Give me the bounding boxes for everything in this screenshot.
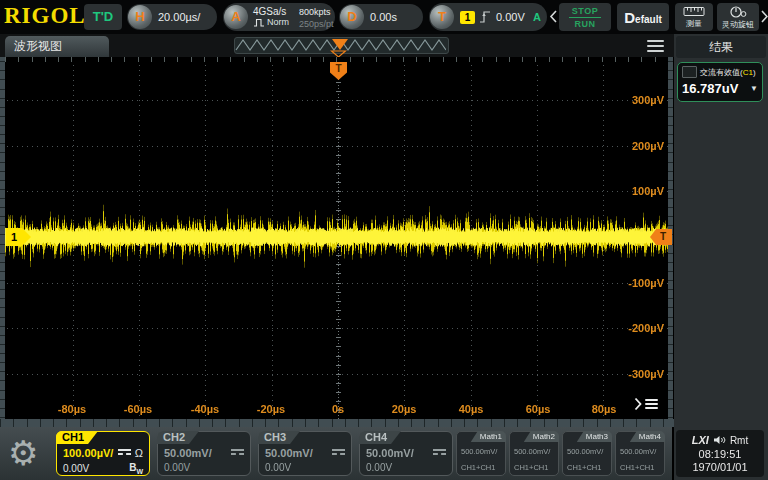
math-box-math2[interactable]: Math2 500.00mV/ CH1+CH1 bbox=[509, 431, 559, 476]
stop-run-divider bbox=[569, 17, 601, 18]
remote-indicator: Rmt bbox=[730, 435, 748, 446]
math2-expression: CH1+CH1 bbox=[514, 463, 548, 472]
scroll-right-icon[interactable] bbox=[760, 9, 768, 25]
math2-tab[interactable]: Math2 bbox=[524, 431, 559, 442]
measurement-value: 16.787uV bbox=[682, 81, 738, 96]
top-tick-ruler bbox=[5, 57, 668, 62]
y-axis-label: 100µV bbox=[604, 185, 664, 197]
ch2-offset: 0.00V bbox=[164, 462, 190, 473]
menu-icon[interactable] bbox=[647, 40, 664, 55]
y-axis-label: 300µV bbox=[604, 94, 664, 106]
dc-coupling-icon bbox=[332, 449, 345, 457]
y-axis-label: -200µV bbox=[604, 322, 664, 334]
default-label: Default bbox=[624, 9, 662, 26]
dropdown-icon[interactable]: ▼ bbox=[750, 84, 758, 93]
math3-tab[interactable]: Math3 bbox=[577, 431, 612, 442]
trigger-source-badge: 1 bbox=[460, 11, 475, 24]
x-axis-label: 60µs bbox=[526, 403, 551, 415]
x-axis-label: -80µs bbox=[58, 403, 86, 415]
a-knob-icon[interactable]: A bbox=[224, 5, 248, 29]
math3-scale: 500.00mV/ bbox=[567, 447, 603, 456]
lxi-badge: LXI bbox=[692, 434, 709, 446]
ch3-tab[interactable]: CH3 bbox=[258, 431, 300, 444]
x-axis-label: -20µs bbox=[257, 403, 285, 415]
acquisition-button[interactable]: A 4GSa/s Norm 800kpts 250ps/pt bbox=[223, 3, 335, 31]
math4-scale: 500.00mV/ bbox=[620, 447, 656, 456]
timebase-value: 20.00µs/ bbox=[158, 11, 200, 23]
ch1-scale: 100.00µV/ bbox=[63, 447, 113, 459]
ch2-tab[interactable]: CH2 bbox=[157, 431, 199, 444]
bottom-tick-ruler bbox=[0, 419, 674, 427]
math1-tab[interactable]: Math1 bbox=[471, 431, 506, 442]
x-axis-label: 40µs bbox=[459, 403, 484, 415]
memory-depth: 800kpts bbox=[299, 6, 334, 18]
acquisition-right-column: 800kpts 250ps/pt bbox=[299, 6, 334, 30]
top-bar: RIGOL T'D H 20.00µs/ A 4GSa/s Norm 800kp… bbox=[0, 0, 768, 34]
x-axis-label: 0s bbox=[332, 403, 344, 415]
waveform-canvas[interactable] bbox=[5, 63, 668, 420]
channel-bar: ⚙ CH1 100.00µV/ Ω 0.00V BW CH2 50.00mV/ … bbox=[0, 427, 768, 480]
measurement-result-card[interactable]: 交流有效值(C1) 16.787uV ▼ bbox=[677, 62, 763, 102]
default-button[interactable]: Default bbox=[617, 3, 669, 31]
trigger-button[interactable]: T 1 0.00V A bbox=[429, 3, 547, 31]
x-axis-label: 80µs bbox=[592, 403, 617, 415]
math-box-math4[interactable]: Math4 500.00mV/ CH1+CH1 bbox=[615, 431, 665, 476]
trigger-sweep-mode: A bbox=[533, 11, 541, 23]
dc-coupling-icon bbox=[433, 449, 446, 457]
tab-waveform-view[interactable]: 波形视图 bbox=[5, 36, 109, 57]
channel-box-ch1[interactable]: CH1 100.00µV/ Ω 0.00V BW bbox=[56, 431, 150, 476]
channel-box-ch2[interactable]: CH2 50.00mV/ 0.00V bbox=[157, 431, 251, 476]
horizontal-timebase-button[interactable]: H 20.00µs/ bbox=[127, 4, 217, 30]
math-box-math3[interactable]: Math3 500.00mV/ CH1+CH1 bbox=[562, 431, 612, 476]
math-box-math1[interactable]: Math1 500.00mV/ CH1+CH1 bbox=[456, 431, 506, 476]
x-axis-label: -40µs bbox=[191, 403, 219, 415]
h-knob-icon[interactable]: H bbox=[128, 5, 152, 29]
ch4-scale: 50.00mV/ bbox=[366, 447, 414, 459]
t-knob-icon[interactable]: T bbox=[430, 5, 454, 29]
dc-coupling-icon bbox=[118, 449, 131, 457]
ch3-scale: 50.00mV/ bbox=[265, 447, 313, 459]
acquisition-mode: Norm bbox=[267, 17, 289, 28]
system-status-box[interactable]: LXI Rmt 08:19:51 1970/01/01 bbox=[676, 430, 764, 477]
math1-expression: CH1+CH1 bbox=[461, 463, 495, 472]
math2-scale: 500.00mV/ bbox=[514, 447, 550, 456]
acquisition-left-column: 4GSa/s Norm bbox=[253, 6, 289, 28]
delay-value: 0.00s bbox=[370, 11, 397, 23]
settings-gear-icon[interactable]: ⚙ bbox=[8, 434, 38, 472]
ch1-offset: 0.00V bbox=[63, 463, 89, 474]
trigger-level-value: 0.00V bbox=[496, 11, 525, 23]
y-axis-label: -100µV bbox=[604, 277, 664, 289]
channel-box-ch4[interactable]: CH4 50.00mV/ 0.00V bbox=[359, 431, 453, 476]
ruler-icon bbox=[683, 6, 705, 17]
trigger-slope-icon bbox=[478, 9, 492, 25]
minimap-trigger-marker[interactable] bbox=[332, 39, 348, 50]
bandwidth-label: BW bbox=[129, 462, 143, 475]
delay-button[interactable]: D 0.00s bbox=[339, 4, 423, 30]
expand-menu-icon[interactable] bbox=[634, 397, 658, 411]
math4-expression: CH1+CH1 bbox=[620, 463, 654, 472]
trigger-status-badge: T'D bbox=[84, 4, 122, 30]
stop-run-button[interactable]: STOP RUN bbox=[559, 3, 611, 31]
sample-resolution: 250ps/pt bbox=[299, 18, 334, 30]
ch1-tab[interactable]: CH1 bbox=[56, 431, 98, 444]
system-time: 08:19:51 bbox=[676, 448, 764, 460]
math4-tab[interactable]: Math4 bbox=[630, 431, 665, 442]
measurement-channel: C1 bbox=[743, 68, 753, 77]
channel-box-ch3[interactable]: CH3 50.00mV/ 0.00V bbox=[258, 431, 352, 476]
flex-knob-label: 灵动旋钮 bbox=[722, 19, 754, 30]
ch4-offset: 0.00V bbox=[366, 462, 392, 473]
flex-knob-button[interactable]: 灵动旋钮 bbox=[717, 3, 759, 31]
ch4-tab[interactable]: CH4 bbox=[359, 431, 401, 444]
stop-label: STOP bbox=[572, 6, 598, 16]
view-tab-bar: 波形视图 bbox=[0, 34, 674, 57]
measure-button[interactable]: 测量 bbox=[675, 3, 713, 31]
math1-scale: 500.00mV/ bbox=[461, 447, 497, 456]
scroll-left-icon[interactable] bbox=[549, 9, 559, 25]
math3-expression: CH1+CH1 bbox=[567, 463, 601, 472]
results-panel: 结果 交流有效值(C1) 16.787uV ▼ bbox=[674, 34, 768, 480]
beeper-icon bbox=[713, 435, 726, 445]
impedance-label: Ω bbox=[135, 447, 143, 459]
dc-coupling-icon bbox=[231, 449, 244, 457]
waveform-display[interactable]: 300µV 200µV 100µV -100µV -200µV -300µV -… bbox=[0, 57, 674, 427]
d-knob-icon[interactable]: D bbox=[340, 5, 364, 29]
